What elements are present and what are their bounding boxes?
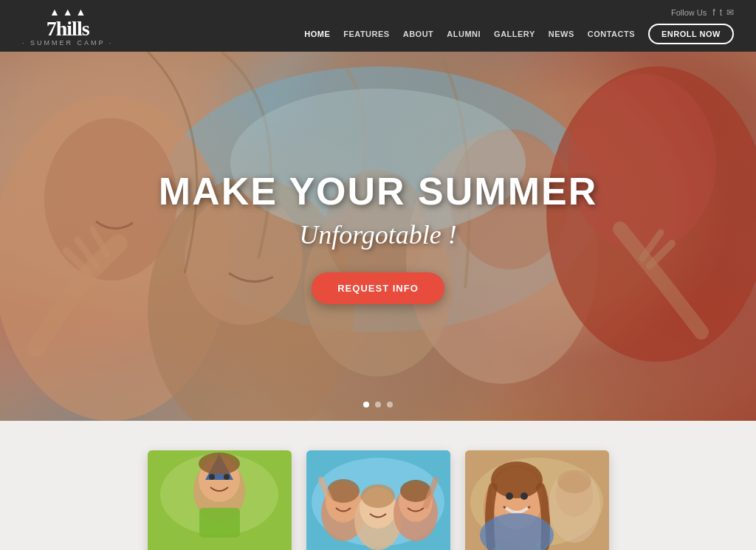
hero-title: MAKE YOUR SUMMER xyxy=(159,169,597,213)
nav-item-home[interactable]: HOME xyxy=(304,30,330,38)
nav-item-news[interactable]: NEWS xyxy=(549,30,574,38)
card-alumni-svg xyxy=(306,450,450,550)
svg-point-33 xyxy=(361,484,395,508)
logo-subtitle: · SUMMER CAMP · xyxy=(22,39,113,47)
svg-point-43 xyxy=(491,461,543,498)
card-staff[interactable]: Staff Positions JOIN THE TEAM MORE xyxy=(465,450,609,550)
svg-point-44 xyxy=(506,492,513,500)
card-alumni[interactable]: Alumni STAY IN TOUCH MORE xyxy=(306,450,450,550)
twitter-icon[interactable]: t xyxy=(720,7,722,18)
hero-carousel-dots xyxy=(363,402,393,408)
card-photos[interactable]: Photos VISIT GALLERY MORE xyxy=(148,450,292,550)
carousel-dot-2[interactable] xyxy=(375,402,381,408)
logo-icon: ▲ ▲ ▲ xyxy=(49,6,86,18)
svg-point-23 xyxy=(209,474,215,480)
request-info-button[interactable]: REQUEST INFO xyxy=(312,272,444,304)
follow-us-row: Follow Us f t ✉ xyxy=(671,7,734,18)
hero-content: MAKE YOUR SUMMER Unforgotable ! REQUEST … xyxy=(159,169,597,304)
hero-subtitle: Unforgotable ! xyxy=(159,219,597,250)
logo-title: 7hills xyxy=(47,18,89,39)
enroll-button[interactable]: ENROLL NOW xyxy=(648,24,734,44)
carousel-dot-1[interactable] xyxy=(363,402,369,408)
follow-us-label: Follow Us xyxy=(671,8,707,17)
nav-item-features[interactable]: FEATURES xyxy=(343,30,389,38)
card-photos-svg xyxy=(148,450,292,550)
card-alumni-image xyxy=(306,450,450,550)
social-icons: f t ✉ xyxy=(712,7,734,18)
cards-section: Photos VISIT GALLERY MORE xyxy=(0,421,756,550)
facebook-icon[interactable]: f xyxy=(712,7,715,18)
nav-item-about[interactable]: ABOUT xyxy=(403,30,434,38)
logo[interactable]: ▲ ▲ ▲ 7hills · SUMMER CAMP · xyxy=(22,6,113,47)
nav-item-gallery[interactable]: GALLERY xyxy=(494,30,535,38)
nav-item-alumni[interactable]: ALUMNI xyxy=(447,30,481,38)
nav-item-contacts[interactable]: CONTACTS xyxy=(588,30,635,38)
carousel-dot-3[interactable] xyxy=(387,402,393,408)
card-staff-svg xyxy=(465,450,609,550)
svg-point-25 xyxy=(199,453,240,475)
card-photos-image xyxy=(148,450,292,550)
svg-point-24 xyxy=(224,474,230,480)
card-staff-image xyxy=(465,450,609,550)
header-right: Follow Us f t ✉ HOME FEATURES ABOUT ALUM… xyxy=(304,7,734,44)
svg-rect-21 xyxy=(199,508,240,537)
main-nav: HOME FEATURES ABOUT ALUMNI GALLERY NEWS … xyxy=(304,24,734,44)
mail-icon[interactable]: ✉ xyxy=(726,7,734,18)
svg-point-49 xyxy=(557,470,591,493)
hero-section: MAKE YOUR SUMMER Unforgotable ! REQUEST … xyxy=(0,52,756,421)
svg-point-45 xyxy=(520,492,528,500)
header: ▲ ▲ ▲ 7hills · SUMMER CAMP · Follow Us f… xyxy=(0,0,756,52)
